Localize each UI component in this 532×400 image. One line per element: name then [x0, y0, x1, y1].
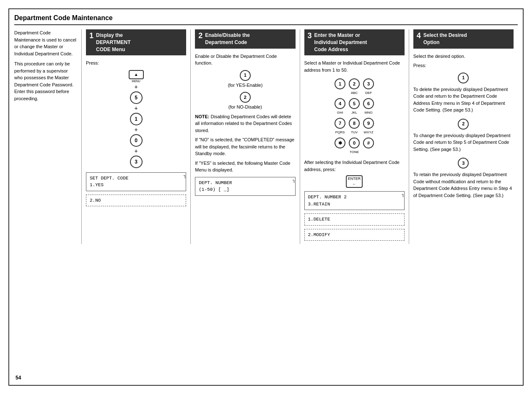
step2-header: 2 Enable/Disable theDepartment Code	[195, 29, 295, 49]
step2-display-line1: DEPT. NUMBER	[199, 179, 291, 187]
step3-dashed1-line1: 1.DELETE	[308, 216, 401, 223]
step3-keypad: 1 2 ABC 3 DEF 4 GHI	[304, 77, 405, 156]
key-5: 5 JKL	[348, 97, 361, 115]
key-2: 2 ABC	[348, 78, 361, 96]
step4-key1: 1	[458, 73, 469, 83]
step3-dashed1: 1.DELETE	[304, 213, 405, 226]
step4-key2-area: 2	[413, 118, 514, 130]
page-container: Department Code Maintenance Department C…	[8, 8, 524, 386]
plus2: +	[135, 105, 138, 112]
step1-dashed: 2.NO	[86, 195, 186, 207]
key-hash: #	[362, 137, 375, 155]
key-3: 3 DEF	[362, 78, 375, 96]
key-1: 1	[334, 78, 346, 96]
plus1: +	[135, 83, 138, 91]
key-star: ✱	[334, 137, 346, 155]
step4-key2: 2	[458, 119, 469, 130]
step4-key1-desc: To delete the previously displayed Depar…	[413, 86, 514, 114]
step2-title: Enable/Disable theDepartment Code	[205, 32, 250, 46]
step4-key1-area: 1	[413, 72, 514, 84]
key1: 1	[129, 112, 143, 126]
step3-dashed2-line1: 2.MODIFY	[308, 231, 401, 239]
step2-key1: 1	[240, 70, 251, 81]
step4-column: 4 Select the DesiredOption Select the de…	[409, 29, 518, 244]
page-title: Department Code Maintenance	[14, 14, 518, 25]
key-0: 0 TONE	[348, 137, 361, 155]
step1-display-line2: 1.YES	[90, 182, 182, 189]
step4-title: Select the DesiredOption	[423, 32, 467, 46]
keypad-row3: 7 PQRS 8 TUV 9 WXYZ	[334, 117, 375, 135]
step3-display-line2: 3.RETAIN	[308, 201, 401, 208]
step4-key2-desc: To change the previously displayed Depar…	[413, 132, 514, 153]
step2-column: 2 Enable/Disable theDepartment Code Enab…	[190, 29, 299, 244]
key-4: 4 GHI	[334, 97, 346, 115]
step3-display: DEPT. NUMBER 2 3.RETAIN	[304, 191, 405, 210]
step4-key3-area: 3	[413, 157, 514, 169]
step2-key1-label: (for YES-Enable)	[195, 82, 295, 89]
step1-number: 1	[89, 32, 93, 39]
step2-note: NOTE: Disabling Department Codes will de…	[195, 113, 295, 134]
menu-button	[129, 70, 144, 79]
content-area: Department Code Maintenance is used to c…	[14, 29, 518, 244]
step3-dashed2: 2.MODIFY	[304, 229, 405, 241]
step2-key2-area: 2 (for NO-Disable)	[195, 91, 295, 111]
step1-header: 1 Display theDEPARTMENTCODE Menu	[86, 29, 186, 55]
step3-header: 3 Enter the Master orIndividual Departme…	[304, 29, 405, 55]
keypad-row4: ✱ 0 TONE #	[334, 137, 375, 155]
step3-number: 3	[308, 32, 312, 39]
step1-display-line1: SET DEPT. CODE	[90, 175, 182, 182]
step2-display: DEPT. NUMBER (1-50) [ _]	[195, 177, 295, 196]
step4-key3-desc: To retain the previously displayed Depar…	[413, 171, 514, 199]
key-8: 8 TUV	[348, 117, 361, 135]
step2-body1: Enable or Disable the Department Code fu…	[195, 53, 295, 67]
step3-body1: Select a Master or Individual Department…	[304, 60, 405, 73]
step2-key2-label: (for NO-Disable)	[195, 104, 295, 111]
step4-header: 4 Select the DesiredOption	[413, 29, 514, 49]
step1-dashed-line1: 2.NO	[90, 197, 182, 204]
step2-note-text: Disabling Department Codes will delete a…	[195, 114, 292, 133]
intro-column: Department Code Maintenance is used to c…	[14, 29, 81, 244]
step1-title: Display theDEPARTMENTCODE Menu	[96, 32, 130, 53]
menu-label: MENU	[132, 79, 140, 84]
plus4: +	[135, 148, 138, 155]
step2-key1-area: 1 (for YES-Enable)	[195, 69, 295, 89]
key-7: 7 PQRS	[334, 117, 346, 135]
step2-number: 2	[198, 32, 202, 39]
step2-display-line2: (1-50) [ _]	[199, 186, 291, 193]
step3-title: Enter the Master orIndividual Department…	[314, 32, 367, 53]
enter-btn-area: ENTER←	[304, 175, 405, 188]
step4-number: 4	[417, 32, 421, 39]
keypad-row1: 1 2 ABC 3 DEF	[334, 78, 375, 96]
page-number: 54	[16, 375, 21, 381]
step3-column: 3 Enter the Master orIndividual Departme…	[300, 29, 409, 244]
step2-note-label: NOTE:	[195, 114, 209, 119]
step1-press: Press:	[86, 60, 186, 67]
step3-display-line1: DEPT. NUMBER 2	[308, 194, 401, 201]
menu-key: MENU	[129, 70, 144, 84]
step2-if-yes: If "YES" is selected, the following Mast…	[195, 160, 295, 174]
enter-button: ENTER←	[346, 175, 363, 188]
keypad-row2: 4 GHI 5 JKL 6 MNO	[334, 97, 375, 115]
key3: 3	[129, 155, 143, 169]
step4-key3: 3	[458, 158, 469, 169]
step4-press: Press:	[413, 62, 514, 69]
plus3: +	[135, 126, 138, 133]
key0: 0	[129, 133, 143, 148]
step2-if-no: If "NO" is selected, the "COMPLETED" mes…	[195, 136, 295, 157]
step4-body1: Select the desired option.	[413, 53, 514, 60]
step1-keypad: MENU + 5 + 1 + 0 + 3	[86, 70, 186, 169]
key5: 5	[129, 91, 143, 105]
intro-text1: Department Code Maintenance is used to c…	[14, 29, 77, 57]
step1-display: SET DEPT. CODE 1.YES	[86, 172, 186, 191]
step3-body2: After selecting the Individual Departmen…	[304, 159, 405, 173]
intro-text2: This procedure can only be performed by …	[14, 60, 77, 102]
step1-column: 1 Display theDEPARTMENTCODE Menu Press: …	[81, 29, 190, 244]
step2-key2: 2	[240, 92, 251, 103]
key-9: 9 WXYZ	[362, 117, 375, 135]
key-6: 6 MNO	[362, 97, 375, 115]
